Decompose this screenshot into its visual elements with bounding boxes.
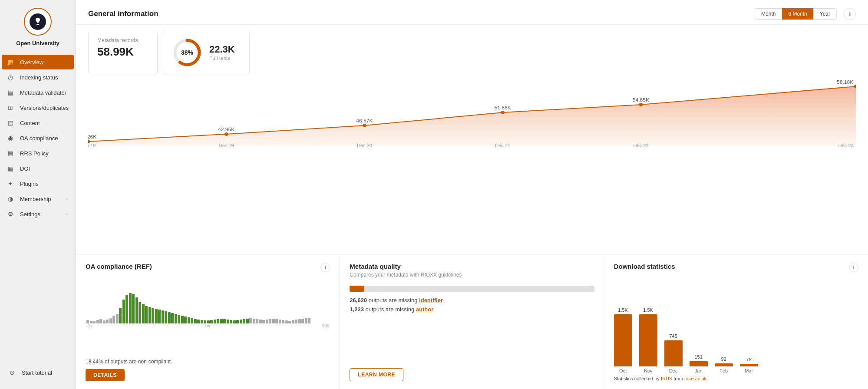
sidebar-item-doi[interactable]: ▦ DOI (2, 161, 74, 176)
oa-bar-29 (181, 316, 184, 323)
oa-bar-66 (301, 319, 304, 323)
oa-bar-39 (214, 320, 216, 323)
sidebar-item-membership[interactable]: ◑ Membership › (2, 191, 74, 206)
quality-link-author[interactable]: author (416, 306, 433, 313)
quality-link-identifier[interactable]: identifier (419, 297, 443, 303)
tutorial-icon: ⊙ (10, 369, 17, 376)
sidebar-item-plugins[interactable]: ✦ Plugins (2, 176, 74, 191)
quality-stat-2: 1,223 outputs are missing author (350, 306, 594, 313)
metadata-records-label: Metadata records (97, 37, 149, 43)
chart-xlabel-2: Dec 19 (219, 143, 234, 148)
six-month-button[interactable]: 6 Month (782, 8, 813, 20)
chart-xlabel-6: Dec 23 (838, 143, 854, 148)
chart-val-3: 46.57K (356, 119, 373, 123)
irus-link[interactable]: IRUS (661, 376, 672, 381)
versions-icon: ⊞ (8, 104, 16, 111)
oa-bar-54 (262, 320, 265, 323)
sidebar-item-metadata-validator[interactable]: ▤ Metadata validator (2, 85, 74, 100)
membership-chevron: › (66, 196, 68, 201)
oa-details-button[interactable]: DETAILS (86, 369, 125, 381)
chart-xlabel-5: Dec 22 (633, 143, 648, 148)
dl-bar-bottom-label-oct: Oct (619, 368, 627, 373)
settings-chevron: › (66, 211, 68, 217)
core-link[interactable]: core.ac.uk (684, 376, 706, 381)
oa-bar-22 (158, 310, 161, 323)
sidebar-label-indexing: Indexing status (20, 74, 58, 81)
sidebar-bottom: ⊙ Start tutorial (0, 360, 76, 389)
oa-bar-59 (279, 320, 281, 323)
oa-bar-53 (259, 320, 262, 323)
learn-more-button[interactable]: LEARN MORE (350, 368, 403, 381)
dl-bar-col-feb: 92Feb (715, 356, 733, 373)
oa-bar-49 (246, 319, 249, 323)
oa-bar-11 (122, 300, 125, 323)
metadata-panel-subtitle: Compares your metadata with RIOXX guidel… (350, 272, 462, 278)
oa-bar-14 (132, 294, 135, 323)
dl-bar-oct (614, 314, 632, 366)
oa-timeline: -1y 1w 90d (86, 323, 330, 328)
oa-time-1w: 1w (205, 323, 210, 328)
oa-bar-34 (197, 320, 200, 323)
dl-bar-bottom-label-feb: Feb (719, 368, 728, 373)
chart-point-2 (224, 132, 228, 136)
oa-bar-64 (295, 320, 297, 323)
chart-val-6: 58.18K (837, 80, 854, 85)
month-button[interactable]: Month (755, 8, 782, 20)
year-button[interactable]: Year (813, 8, 837, 20)
logo-icon (33, 17, 43, 26)
oa-bar-44 (230, 320, 232, 323)
info-button[interactable]: ℹ (844, 8, 856, 20)
sidebar-item-indexing[interactable]: ◷ Indexing status (2, 70, 74, 85)
oa-bar-41 (220, 319, 223, 323)
main-content: General information Month 6 Month Year ℹ… (76, 0, 868, 389)
oa-bar-63 (292, 320, 294, 323)
chart-xlabel-4: Dec 21 (495, 143, 510, 148)
sidebar-item-settings[interactable]: ⚙ Settings › (2, 207, 74, 221)
sidebar-item-oa[interactable]: ◉ OA compliance (2, 131, 74, 145)
doi-icon: ▦ (8, 165, 16, 172)
chart-xlabel-1: Nov 18 (88, 143, 96, 148)
oa-bar-3 (96, 320, 99, 323)
oa-footer-text: of outputs are non-compliant. (105, 359, 172, 365)
content-icon: ▤ (8, 119, 16, 126)
sidebar-item-rrs[interactable]: ▤ RRS Policy (2, 146, 74, 161)
dl-bar-jan (690, 361, 708, 366)
quality-count-1: 26,620 (350, 297, 367, 303)
footer-from-text: from (673, 376, 683, 381)
oa-bar-7 (109, 318, 112, 323)
download-panel-title: Download statistics (614, 263, 675, 270)
dl-bar-top-label-dec: 745 (669, 333, 677, 339)
sidebar-item-versions[interactable]: ⊞ Versions/duplicates (2, 100, 74, 115)
fulltext-card: 38% 22.3K Full texts (163, 31, 250, 74)
area-chart-svg: 38.26K 42.95K 46.57K 51.86K 54.85K 58.18… (88, 79, 856, 148)
oa-bar-21 (155, 309, 158, 323)
oa-bar-31 (188, 317, 190, 323)
dl-bar-top-label-mar: 78 (746, 357, 752, 362)
oa-bar-26 (171, 313, 174, 323)
oa-bar-24 (165, 311, 167, 323)
donut-pct: 38% (181, 49, 193, 56)
oa-bar-5 (103, 320, 106, 323)
sidebar-item-tutorial[interactable]: ⊙ Start tutorial (3, 365, 72, 380)
oa-bar-68 (308, 318, 310, 323)
oa-bar-46 (236, 320, 239, 323)
chart-val-5: 54.85K (633, 98, 650, 102)
org-logo (24, 8, 52, 36)
dl-bar-bottom-label-nov: Nov (644, 368, 653, 373)
download-info-button[interactable]: ℹ (849, 263, 858, 272)
dl-bar-bottom-label-mar: Mar (745, 368, 753, 373)
sidebar-item-overview[interactable]: ▦ Overview (2, 55, 74, 69)
quality-bar-track (350, 286, 594, 292)
sidebar: Open University ▦ Overview ◷ Indexing st… (0, 0, 76, 389)
dl-bar-top-label-oct: 1.5K (618, 307, 628, 313)
area-chart: 38.26K 42.95K 46.57K 51.86K 54.85K 58.18… (76, 79, 868, 254)
oa-bar-36 (204, 320, 206, 323)
sidebar-label-tutorial: Start tutorial (22, 369, 52, 376)
oa-bar-6 (106, 320, 109, 323)
oa-info-button[interactable]: ℹ (320, 263, 330, 272)
sidebar-item-content[interactable]: ▤ Content (2, 115, 74, 130)
oa-bar-42 (223, 319, 226, 323)
chart-point-4 (501, 111, 505, 114)
oa-bar-47 (240, 320, 242, 323)
oa-bar-61 (285, 320, 288, 323)
